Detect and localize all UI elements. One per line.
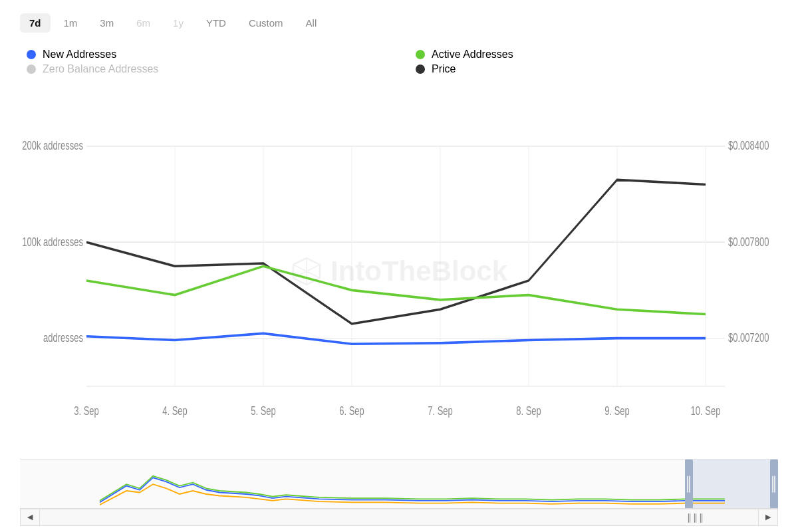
legend-item-zero-balance-addresses[interactable]: Zero Balance Addresses — [27, 63, 389, 75]
time-tab-all[interactable]: All — [297, 13, 327, 33]
legend-item-active-addresses[interactable]: Active Addresses — [416, 49, 778, 61]
time-tab-1m[interactable]: 1m — [55, 13, 87, 33]
main-chart-svg: 200k addresses 100k addresses addresses … — [20, 88, 778, 454]
svg-text:6. Sep: 6. Sep — [339, 404, 364, 418]
time-tab-ytd[interactable]: YTD — [197, 13, 235, 33]
time-tab-1y: 1y — [164, 13, 193, 33]
legend-dot — [27, 65, 36, 74]
svg-text:3. Sep: 3. Sep — [74, 404, 99, 418]
svg-text:4. Sep: 4. Sep — [162, 404, 188, 418]
svg-rect-30 — [770, 460, 778, 509]
scroll-right-button[interactable]: ▶ — [758, 509, 778, 526]
svg-text:$0.007800: $0.007800 — [728, 234, 769, 248]
legend-item-new-addresses[interactable]: New Addresses — [27, 49, 389, 61]
legend-dot — [416, 65, 425, 74]
nav-track[interactable]: ∥∥∥ — [40, 509, 758, 526]
chart-area: IntoTheBlock 200k addresses 100k address… — [20, 88, 778, 525]
legend: New AddressesActive AddressesZero Balanc… — [20, 49, 778, 75]
legend-label: Zero Balance Addresses — [43, 63, 158, 75]
legend-label: New Addresses — [43, 49, 116, 61]
svg-text:$0.007200: $0.007200 — [728, 331, 769, 344]
legend-dot — [416, 50, 425, 59]
svg-text:$0.008400: $0.008400 — [728, 138, 769, 152]
nav-controls: ◀ ∥∥∥ ▶ — [20, 508, 778, 525]
scroll-left-button[interactable]: ◀ — [20, 509, 40, 526]
svg-text:7. Sep: 7. Sep — [428, 404, 453, 418]
main-container: 7d1m3m6m1yYTDCustomAll New AddressesActi… — [0, 0, 798, 532]
svg-text:9. Sep: 9. Sep — [604, 404, 630, 418]
legend-label: Active Addresses — [432, 49, 513, 61]
time-tab-7d[interactable]: 7d — [20, 13, 51, 33]
svg-rect-26 — [685, 460, 778, 509]
svg-rect-27 — [685, 460, 693, 509]
legend-item-price[interactable]: Price — [416, 63, 778, 75]
svg-text:200k addresses: 200k addresses — [22, 138, 83, 152]
legend-dot — [27, 50, 36, 59]
svg-text:addresses: addresses — [43, 331, 83, 344]
time-tab-6m: 6m — [127, 13, 160, 33]
svg-text:5. Sep: 5. Sep — [251, 404, 276, 418]
svg-text:10. Sep: 10. Sep — [691, 404, 721, 418]
svg-text:8. Sep: 8. Sep — [516, 404, 541, 418]
main-chart: IntoTheBlock 200k addresses 100k address… — [20, 88, 778, 454]
time-tab-custom[interactable]: Custom — [239, 13, 293, 33]
legend-label: Price — [432, 63, 456, 75]
time-tab-3m[interactable]: 3m — [90, 13, 123, 33]
svg-text:100k addresses: 100k addresses — [22, 234, 83, 248]
navigator[interactable]: May '24 Jul '24 Sep '24 ◀ ∥∥∥ ▶ — [20, 459, 778, 525]
time-tabs: 7d1m3m6m1yYTDCustomAll — [20, 13, 778, 33]
